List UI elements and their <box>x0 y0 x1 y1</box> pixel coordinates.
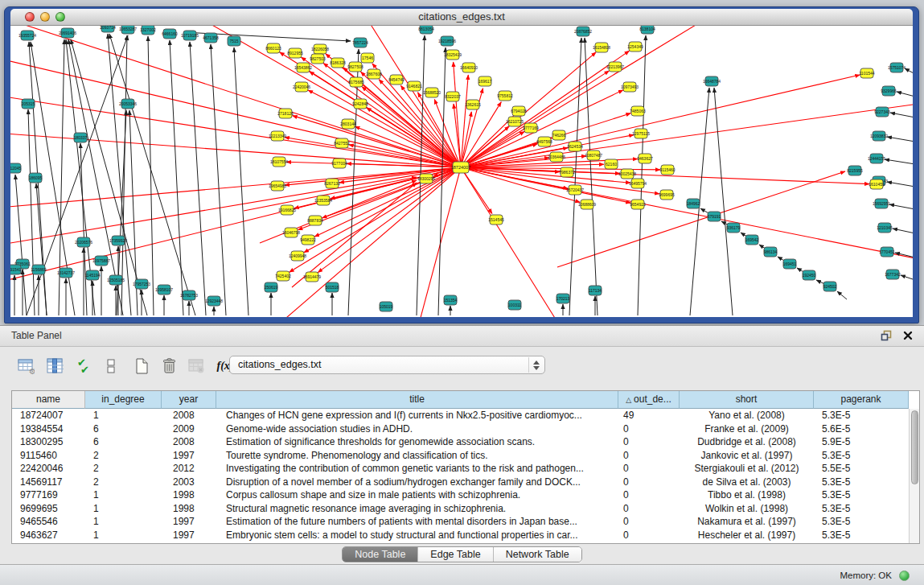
graph-node-9498222[interactable]: 9498222 <box>300 235 316 245</box>
graph-node-18724007[interactable]: 18724007 <box>451 162 470 173</box>
cell-name[interactable]: 9463627 <box>12 529 85 542</box>
cell-short[interactable]: Nakamura et al. (1997) <box>680 515 814 529</box>
graph-node-7986372[interactable]: 7986372 <box>559 167 575 177</box>
table-vertical-scrollbar[interactable] <box>909 409 919 543</box>
graph-node-6497568[interactable]: 6497568 <box>536 137 552 146</box>
graph-node-20876852[interactable]: 20876852 <box>574 27 592 36</box>
graph-node-212045[interactable]: 212045 <box>10 163 22 173</box>
cell-name[interactable]: 9115460 <box>12 449 85 463</box>
table-row[interactable]: 2242004622012Investigating the contribut… <box>12 462 909 476</box>
cell-out_degree[interactable]: 0 <box>618 422 680 436</box>
cell-short[interactable]: Hescheler et al. (1997) <box>680 529 814 542</box>
cell-title[interactable]: Estimation of significance thresholds fo… <box>216 435 618 449</box>
memory-status-indicator[interactable] <box>899 571 910 581</box>
graph-node-170213[interactable]: 170213 <box>556 294 570 303</box>
cell-in_degree[interactable]: 2 <box>85 476 162 489</box>
column-header-short[interactable]: short <box>680 391 814 409</box>
cell-in_degree[interactable]: 6 <box>85 422 162 436</box>
graph-node-16914479[interactable]: 16914479 <box>303 272 321 282</box>
graph-node-10807487[interactable]: 10807487 <box>585 150 602 160</box>
cell-year[interactable]: 1998 <box>162 488 216 502</box>
graph-node-10025438[interactable]: 10025438 <box>618 169 636 179</box>
graph-node-10688609[interactable]: 10688609 <box>578 200 596 209</box>
graph-node-20053346[interactable]: 20053346 <box>119 99 137 109</box>
cell-out_degree[interactable]: 49 <box>618 409 680 422</box>
graph-node-8454749[interactable]: 8454749 <box>388 75 405 84</box>
graph-node-8427552[interactable]: 8427552 <box>334 138 350 148</box>
cell-out_degree[interactable]: 0 <box>618 488 680 502</box>
cell-title[interactable]: Estimation of the future numbers of pati… <box>216 515 618 529</box>
cell-title[interactable]: Genome-wide association studies in ADHD. <box>216 422 618 436</box>
graph-node-1210345[interactable]: 1210345 <box>877 223 893 233</box>
graph-node-18107554[interactable]: 18107554 <box>270 157 288 167</box>
cell-short[interactable]: Stergiakouli et al. (2012) <box>680 462 814 476</box>
table-row[interactable]: 946554611997Estimation of the future num… <box>12 515 909 529</box>
graph-node-184962[interactable]: 184962 <box>687 199 700 208</box>
graph-node-12353584[interactable]: 12353584 <box>314 196 332 205</box>
cell-title[interactable]: Embryonic stem cells: a model to study s… <box>216 529 618 542</box>
cell-pagerank[interactable]: 5.6E-5 <box>814 422 909 436</box>
graph-node-1156869[interactable]: 1156869 <box>31 265 46 274</box>
select-columns-icon[interactable] <box>43 355 66 377</box>
graph-node-1362615[interactable]: 1362615 <box>465 100 481 109</box>
cell-out_degree[interactable]: 0 <box>618 515 680 529</box>
close-panel-icon[interactable] <box>903 331 913 340</box>
cell-in_degree[interactable]: 1 <box>85 502 162 516</box>
column-header-year[interactable]: year <box>162 391 216 409</box>
cell-year[interactable]: 1997 <box>162 449 216 463</box>
table-row[interactable]: 1830029562008Estimation of significance … <box>12 435 909 449</box>
cell-pagerank[interactable]: 5.3E-5 <box>814 476 909 489</box>
graph-node-679191[interactable]: 679191 <box>708 212 721 221</box>
graph-node-8660123[interactable]: 8660123 <box>265 43 281 53</box>
graph-node-9463627[interactable]: 9463627 <box>637 154 653 163</box>
graph-node-13142737[interactable]: 13142737 <box>57 268 75 278</box>
graph-node-501518[interactable]: 501518 <box>326 282 339 292</box>
cell-pagerank[interactable]: 5.9E-5 <box>814 435 909 449</box>
graph-node-8175685[interactable]: 8175685 <box>348 77 364 87</box>
graph-node-8813054[interactable]: 8813054 <box>418 26 434 34</box>
graph-node-7857224[interactable]: 7857224 <box>352 38 368 47</box>
column-header-in_degree[interactable]: in_degree <box>85 391 162 409</box>
cell-name[interactable]: 9699695 <box>12 502 85 516</box>
cell-in_degree[interactable]: 1 <box>85 515 162 529</box>
graph-node-16640910[interactable]: 16640910 <box>460 63 478 72</box>
graph-node-7425402[interactable]: 7425402 <box>275 271 291 281</box>
tab-edge-table[interactable]: Edge Table <box>418 547 493 562</box>
cell-year[interactable]: 1998 <box>162 502 216 516</box>
graph-node-9227343[interactable]: 9227343 <box>874 107 890 117</box>
cell-name[interactable]: 9465546 <box>12 515 85 529</box>
graph-node-1610459[interactable]: 1610459 <box>869 179 885 189</box>
cell-out_degree[interactable]: 0 <box>618 476 680 489</box>
graph-node-15688520[interactable]: 15688520 <box>423 88 441 97</box>
cell-short[interactable]: Wolkin et al. (1998) <box>680 502 814 516</box>
black-edges[interactable] <box>14 32 913 315</box>
graph-node-9827503[interactable]: 9827503 <box>310 54 326 64</box>
cell-year[interactable]: 2008 <box>162 435 216 449</box>
graph-node-17957253[interactable]: 17957253 <box>133 279 150 289</box>
graph-node-62160[interactable]: 62160 <box>605 159 618 169</box>
graph-node-12975115[interactable]: 12975115 <box>632 129 650 138</box>
graph-node-8138104[interactable]: 8138104 <box>639 26 655 34</box>
cell-pagerank[interactable]: 5.3E-5 <box>814 515 909 529</box>
cell-in_degree[interactable]: 1 <box>85 529 162 542</box>
graph-node-9654923[interactable]: 9654923 <box>630 200 646 209</box>
graph-node-151354[interactable]: 151354 <box>444 295 458 305</box>
cell-year[interactable]: 2012 <box>162 462 216 476</box>
cell-out_degree[interactable]: 0 <box>618 529 680 542</box>
graph-node-12213349[interactable]: 12213349 <box>269 131 286 141</box>
graph-node-1145194[interactable]: 1145194 <box>84 270 100 280</box>
table-row[interactable]: 946362711997Embryonic stem cells: a mode… <box>12 529 909 542</box>
tab-network-table[interactable]: Network Table <box>494 547 581 562</box>
cell-title[interactable]: Investigating the contribution of common… <box>216 462 618 476</box>
zoom-window-button[interactable] <box>55 12 65 22</box>
graph-node-7485063[interactable]: 7485063 <box>630 106 646 116</box>
graph-node-117134[interactable]: 117134 <box>589 286 602 295</box>
cell-out_degree[interactable]: 0 <box>618 462 680 476</box>
column-header-out_degree[interactable]: △out_de... <box>618 391 680 409</box>
cell-short[interactable]: Yano et al. (2008) <box>680 409 814 422</box>
graph-node-2093714[interactable]: 2093714 <box>100 26 116 32</box>
graph-node-18325419[interactable]: 18325419 <box>444 50 462 60</box>
deselect-all-rows-icon[interactable] <box>100 355 122 377</box>
graph-node-12093832[interactable]: 12093832 <box>870 131 888 141</box>
graph-node-8267130[interactable]: 8267130 <box>324 179 340 188</box>
